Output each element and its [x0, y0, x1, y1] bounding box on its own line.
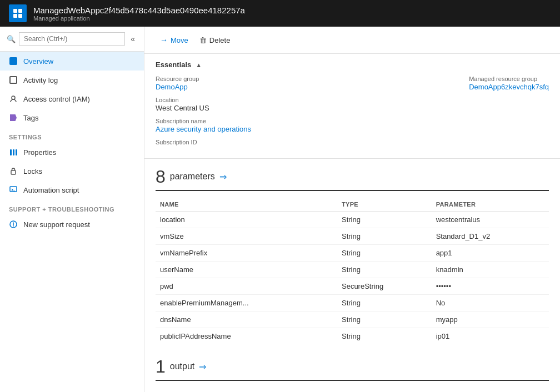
resource-group-value[interactable]: DemoApp	[156, 83, 251, 91]
params-col-name: NAME	[156, 198, 337, 212]
parameters-title: parameters	[170, 172, 215, 182]
param-type: String	[337, 295, 432, 311]
sidebar-item-access-control[interactable]: Access control (IAM)	[0, 89, 144, 108]
sidebar-label-overview: Overview	[23, 57, 53, 66]
essentials-left-col: Resource group DemoApp Location West Cen…	[156, 76, 251, 149]
sidebar-search-container: 🔍 «	[0, 27, 144, 52]
subscription-name-value[interactable]: Azure security and operations	[156, 125, 251, 133]
support-section-label: SUPPORT + TROUBLESHOOTING	[0, 199, 144, 215]
sidebar-item-new-support[interactable]: New support request	[0, 215, 144, 234]
move-icon: →	[160, 36, 168, 44]
access-control-icon	[9, 94, 18, 103]
sidebar-label-new-support: New support request	[23, 220, 90, 229]
param-name: userName	[156, 262, 337, 278]
sidebar-label-access-control: Access control (IAM)	[23, 95, 90, 103]
location-value: West Central US	[156, 104, 251, 112]
sidebar-item-automation[interactable]: Automation script	[0, 180, 144, 199]
properties-icon	[9, 148, 18, 157]
sidebar-item-locks[interactable]: Locks	[0, 162, 144, 180]
support-icon	[9, 220, 18, 229]
overview-icon	[9, 57, 18, 66]
svg-point-4	[12, 96, 15, 99]
param-value: ••••••	[432, 278, 549, 295]
content-area: → Move 🗑 Delete Essentials ▲ Resource gr…	[144, 27, 560, 392]
param-value: No	[432, 295, 549, 311]
essentials-title: Essentials	[156, 61, 191, 69]
essentials-subscription-id: Subscription ID	[156, 139, 251, 146]
param-name: vmSize	[156, 228, 337, 245]
svg-rect-0	[13, 9, 17, 13]
param-type: String	[337, 311, 432, 328]
outputs-section: 1 output ⇒ NAME TYPE OUTPUT applicationE…	[144, 353, 560, 392]
param-type: String	[337, 262, 432, 278]
outputs-title: output	[170, 361, 194, 371]
essentials-subscription-name: Subscription name Azure security and ope…	[156, 118, 251, 133]
param-type: String	[337, 245, 432, 262]
sidebar-item-activity-log[interactable]: Activity log	[0, 71, 144, 89]
app-icon	[9, 4, 27, 22]
delete-button[interactable]: 🗑 Delete	[195, 34, 235, 47]
parameters-section: 8 parameters ⇒ NAME TYPE PARAMETER locat…	[144, 159, 560, 353]
essentials-section: Essentials ▲ Resource group DemoApp Loca…	[144, 54, 560, 159]
param-name: location	[156, 212, 337, 228]
main-layout: 🔍 « Overview Activity log Acce	[0, 27, 560, 392]
toolbar: → Move 🗑 Delete	[144, 27, 560, 54]
app-subtitle: Managed application	[33, 15, 245, 22]
param-value: ip01	[432, 328, 549, 345]
collapse-button[interactable]: «	[128, 33, 137, 44]
essentials-resource-group: Resource group DemoApp	[156, 76, 251, 91]
essentials-location: Location West Central US	[156, 97, 251, 112]
resource-group-label: Resource group	[156, 76, 251, 82]
parameters-count: 8	[156, 168, 166, 185]
outputs-table: NAME TYPE OUTPUT applicationEndpoint Str…	[156, 388, 549, 392]
sidebar-item-properties[interactable]: Properties	[0, 143, 144, 162]
managed-rg-label: Managed resource group	[469, 76, 549, 82]
param-name: vmNamePrefix	[156, 245, 337, 262]
param-value: app1	[432, 245, 549, 262]
param-value: westcentralus	[432, 212, 549, 228]
svg-rect-3	[18, 14, 22, 18]
parameters-header: 8 parameters ⇒	[156, 168, 549, 191]
param-name: enablePremiumManagem...	[156, 295, 337, 311]
table-row: location String westcentralus	[156, 212, 549, 228]
svg-rect-1	[18, 9, 22, 13]
sidebar-label-tags: Tags	[23, 114, 38, 122]
outputs-col-name: NAME	[156, 388, 272, 392]
tags-icon	[9, 113, 18, 122]
search-icon: 🔍	[7, 35, 16, 43]
param-name: publicIPAddressName	[156, 328, 337, 345]
param-name: pwd	[156, 278, 337, 295]
parameters-link-icon[interactable]: ⇒	[219, 172, 227, 182]
param-type: String	[337, 328, 432, 345]
sidebar-label-automation: Automation script	[23, 186, 79, 194]
param-value: knadmin	[432, 262, 549, 278]
location-label: Location	[156, 97, 251, 103]
search-input[interactable]	[19, 32, 125, 46]
table-row: dnsName String myapp	[156, 311, 549, 328]
sidebar: 🔍 « Overview Activity log Acce	[0, 27, 144, 392]
app-title: ManagedWebAppc2f45d5478c443d5ae0490ee418…	[33, 6, 245, 15]
outputs-header: 1 output ⇒	[156, 358, 549, 381]
params-col-type: TYPE	[337, 198, 432, 212]
table-row: vmSize String Standard_D1_v2	[156, 228, 549, 245]
svg-rect-5	[11, 170, 16, 174]
managed-rg-value[interactable]: DemoApp6zkevchqk7sfq	[469, 83, 549, 91]
essentials-chevron-icon: ▲	[196, 62, 202, 68]
param-value: myapp	[432, 311, 549, 328]
move-button[interactable]: → Move	[156, 33, 193, 47]
param-value: Standard_D1_v2	[432, 228, 549, 245]
sidebar-label-locks: Locks	[23, 167, 42, 175]
parameters-table: NAME TYPE PARAMETER location String west…	[156, 198, 549, 344]
table-row: enablePremiumManagem... String No	[156, 295, 549, 311]
essentials-right-col: Managed resource group DemoApp6zkevchqk7…	[469, 76, 549, 149]
svg-rect-2	[13, 14, 17, 18]
table-row: vmNamePrefix String app1	[156, 245, 549, 262]
outputs-link-icon[interactable]: ⇒	[199, 361, 206, 372]
automation-icon	[9, 185, 18, 194]
outputs-col-output: OUTPUT	[317, 388, 549, 392]
param-type: SecureString	[337, 278, 432, 295]
param-type: String	[337, 212, 432, 228]
sidebar-item-overview[interactable]: Overview	[0, 52, 144, 71]
sidebar-item-tags[interactable]: Tags	[0, 108, 144, 127]
header-text: ManagedWebAppc2f45d5478c443d5ae0490ee418…	[33, 6, 245, 22]
